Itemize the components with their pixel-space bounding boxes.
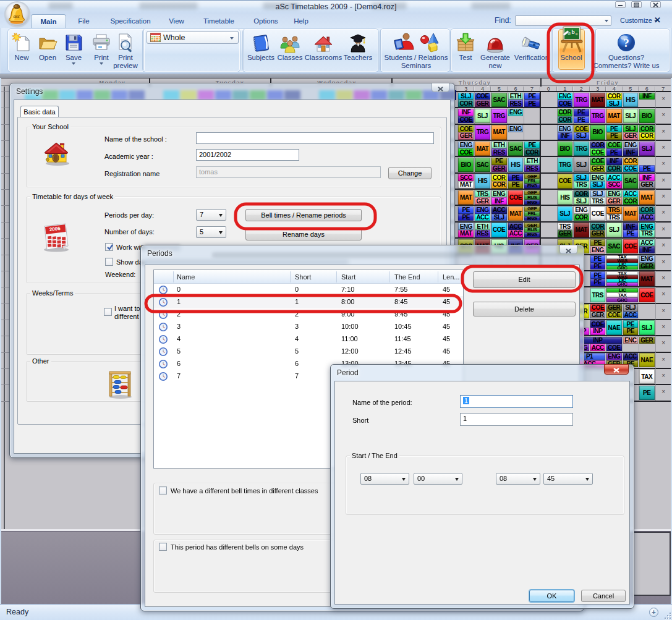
timetable-cell[interactable]: BIO [458, 158, 474, 172]
timetable-cell[interactable]: SLJCOR [458, 93, 474, 107]
close-button-icon[interactable] [650, 1, 661, 8]
tab-main[interactable]: Main [31, 14, 66, 28]
timetable-cell[interactable]: SLJACC [623, 304, 639, 318]
timetable-cell[interactable]: CORACC [639, 206, 655, 221]
timetable-cell[interactable]: TRG [475, 125, 490, 139]
period-name-field[interactable]: 1 [460, 395, 573, 408]
timetable-cell[interactable]: ENG [508, 125, 524, 139]
timetable-cell[interactable]: CORCOR [639, 125, 655, 139]
zoom-button[interactable]: + [649, 608, 658, 617]
periods-per-day-combo[interactable]: 7 [196, 209, 226, 221]
timetable-cell[interactable]: HIS [475, 174, 490, 188]
timetable-cell[interactable]: GERCOE [606, 304, 622, 318]
timetable-cell[interactable]: GER [639, 337, 655, 351]
period-row-5[interactable]: 5512:0012:4545 [154, 346, 463, 358]
timetable-cell[interactable]: SLJ [639, 320, 655, 334]
settings-close-icon[interactable] [432, 83, 449, 92]
column-header-short[interactable]: Short [295, 273, 311, 281]
timetable-cell[interactable]: HIS [623, 93, 639, 107]
timetable-cell[interactable]: COE [558, 174, 573, 188]
timetable-cell[interactable]: ENGGER [606, 190, 622, 205]
column-header-start[interactable]: Start [341, 273, 355, 281]
timetable-cell[interactable]: ACCCOR [623, 190, 639, 205]
timetable-cell[interactable]: SAC [491, 93, 507, 107]
customize-button[interactable]: Customize [620, 17, 658, 24]
tab-options[interactable]: Options [245, 14, 287, 28]
timetable-cell[interactable]: TAX [639, 369, 655, 383]
timetable-cell[interactable]: BIO [590, 125, 606, 139]
timetable-cell[interactable]: PE [639, 386, 655, 400]
timetable-cell[interactable]: TRG [491, 109, 507, 123]
timetable-cell[interactable]: PEPE [524, 93, 540, 107]
application-logo-bell-icon[interactable]: asc [6, 2, 29, 26]
edit-button[interactable]: Edit [473, 271, 576, 288]
timetable-cell[interactable]: TRS [590, 288, 606, 302]
timetable-cell[interactable]: SLJGER [623, 125, 639, 139]
timetable-cell[interactable]: PEPE [458, 206, 474, 221]
timetable-cell[interactable]: TRSTRS [606, 206, 622, 221]
timetable-cell[interactable]: SLJTRS [590, 190, 606, 205]
timetable-cell[interactable]: MAT [639, 190, 655, 205]
timetable-cell[interactable]: BIO [558, 142, 573, 156]
timetable-cell[interactable]: COESLJ [574, 125, 589, 139]
timetable-cell[interactable]: ENGACC [475, 206, 490, 221]
timetable-cell[interactable]: ETHRES [491, 142, 507, 156]
work-with-checkbox[interactable] [105, 243, 113, 251]
timetable-cell[interactable]: TRG [558, 158, 573, 172]
tab-view[interactable]: View [160, 14, 193, 28]
tab-timetable[interactable]: Timetable [193, 14, 245, 28]
timetable-cell[interactable]: SAC [623, 174, 639, 188]
tab-file[interactable]: File [69, 14, 98, 28]
timetable-cell[interactable]: INFCOE [458, 109, 474, 123]
rename-days-button[interactable]: Rename days [245, 228, 362, 240]
timetable-cell[interactable]: ENG [508, 109, 524, 123]
timetable-cell[interactable]: GERRUSENG [524, 223, 540, 237]
resize-grip[interactable] [663, 611, 671, 619]
timetable-cell[interactable]: MAT [623, 206, 639, 221]
timetable-cell[interactable]: TRSGER [558, 223, 573, 237]
timetable-cell[interactable]: PE [639, 158, 655, 172]
column-header-name[interactable]: Name [177, 273, 195, 281]
timetable-cell[interactable]: COEPE [606, 142, 622, 156]
period-row-4[interactable]: 4411:0011:4545 [154, 333, 463, 346]
period-row-0[interactable]: 007:107:5545 [154, 284, 463, 296]
timetable-cell[interactable]: SCCMAT [458, 174, 474, 188]
timetable-cell[interactable]: SAC [606, 239, 622, 253]
timetable-cell[interactable]: SAC [475, 158, 490, 172]
timetable-cell[interactable]: ENGGER [639, 255, 655, 270]
cancel-button[interactable]: Cancel [581, 590, 626, 602]
timetable-cell[interactable]: TAXWASLICGRC [606, 271, 638, 286]
timetable-cell[interactable]: ACCSLJ [491, 206, 507, 221]
timetable-cell[interactable]: COEINP [590, 320, 606, 334]
timetable-cell[interactable]: COE [590, 206, 606, 221]
timetable-cell[interactable]: MAT [458, 190, 474, 205]
timetable-cell[interactable]: PEPE [590, 271, 606, 286]
timetable-cell[interactable]: TRG [574, 93, 589, 107]
timetable-cell[interactable]: MAT [491, 125, 507, 139]
timetable-cell[interactable]: SLJ [574, 158, 589, 172]
timetable-cell[interactable]: ENGSLJ [590, 174, 606, 188]
timetable-cell[interactable]: SLJTRS [574, 174, 589, 188]
timetable-cell[interactable]: ACCINF [639, 239, 655, 253]
show-day-checkbox[interactable] [105, 258, 113, 266]
timetable-cell[interactable]: TRSGER [475, 190, 490, 205]
timetable-cell[interactable]: COE [491, 223, 507, 237]
timetable-cell[interactable]: BIO [639, 109, 655, 123]
timetable-cell[interactable]: MAT [475, 142, 490, 156]
timetable-cell[interactable]: INF [639, 93, 655, 107]
find-dropdown-icon[interactable] [605, 20, 608, 22]
period-row-3[interactable]: 3310:0010:4545 [154, 321, 463, 333]
timetable-cell[interactable]: COE [606, 344, 622, 351]
timetable-cell[interactable]: MAT [574, 223, 589, 237]
timetable-cell[interactable]: ENC [623, 337, 639, 351]
timetable-cell[interactable]: PEGER [491, 158, 507, 172]
timetable-cell[interactable]: INFCOR [606, 158, 622, 172]
timetable-cell[interactable]: SLJ [639, 142, 655, 156]
timetable-cell[interactable]: CORGER [590, 223, 606, 237]
toolbar-close-icon[interactable]: ✕ [654, 15, 661, 25]
start-minute-combo[interactable]: 00 [414, 473, 462, 485]
timetable-cell[interactable]: INFPE [623, 223, 639, 237]
timetable-cell[interactable]: HIS [508, 158, 524, 172]
period-close-icon[interactable] [604, 364, 629, 375]
timetable-cell[interactable]: GEPFRLENG [524, 174, 540, 188]
